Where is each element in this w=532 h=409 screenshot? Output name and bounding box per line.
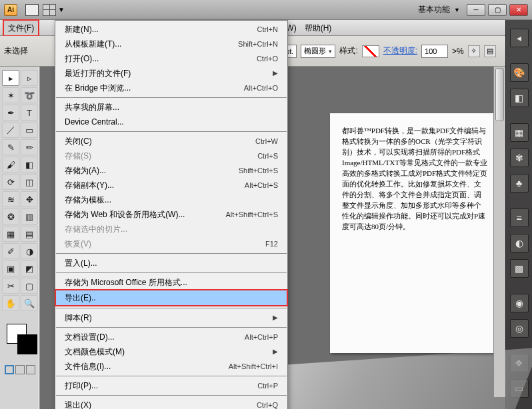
menu-export[interactable]: 导出(E)..: [55, 290, 287, 306]
menu-print[interactable]: 打印(P)...Ctrl+P: [55, 378, 287, 393]
rect-tool[interactable]: ▭: [21, 122, 38, 138]
opacity-link[interactable]: 不透明度:: [383, 45, 417, 57]
live-paint-tool[interactable]: ▣: [2, 260, 19, 276]
scale-tool[interactable]: ◫: [21, 174, 38, 190]
app-logo-icon[interactable]: Ai: [4, 4, 17, 16]
opacity-pct: >%: [452, 47, 464, 56]
menu-save-web[interactable]: 存储为 Web 和设备所用格式(W)...Alt+Shift+Ctrl+S: [55, 207, 287, 222]
live-select-tool[interactable]: ◩: [21, 260, 38, 276]
quick-access-bar: Ai ▼ 基本功能 ▼ ─ ▢ ✕: [0, 0, 532, 20]
menu-save-as[interactable]: 存储为(A)...Shift+Ctrl+S: [55, 163, 287, 178]
menu-save-ms-office[interactable]: 存储为 Microsoft Office 所用格式...: [55, 275, 287, 290]
menu-new-template[interactable]: 从模板新建(T)...Shift+Ctrl+N: [55, 37, 287, 51]
menu-bridge[interactable]: 在 Bridge 中浏览...Alt+Ctrl+O: [55, 81, 287, 95]
dropdown-caret-icon: ▾: [329, 48, 332, 55]
menu-new[interactable]: 新建(N)...Ctrl+N: [55, 22, 287, 37]
gradient-panel-icon[interactable]: ◐: [510, 234, 529, 252]
brush-tool[interactable]: ✎: [2, 139, 19, 155]
draw-mode-inside[interactable]: [26, 365, 35, 374]
rotate-tool[interactable]: ⟳: [2, 174, 19, 190]
menu-file-info[interactable]: 文件信息(I)...Alt+Shift+Ctrl+I: [55, 359, 287, 374]
opacity-value: 100: [425, 47, 437, 55]
menu-help[interactable]: 帮助(H): [301, 21, 336, 35]
stroke-swatch[interactable]: [17, 334, 37, 354]
blob-brush-tool[interactable]: 🖌: [2, 157, 19, 173]
appearance-panel-icon[interactable]: ◉: [510, 294, 529, 312]
menu-doc-setup[interactable]: 文档设置(D)...Alt+Ctrl+P: [55, 330, 287, 344]
symbols-panel-icon[interactable]: ♣: [510, 174, 529, 193]
submenu-arrow-icon: ▶: [273, 346, 278, 357]
prefs-icon[interactable]: ✧: [468, 45, 480, 57]
color-swatch-block[interactable]: [4, 321, 35, 361]
panel-menu-icon[interactable]: ▤: [484, 45, 496, 57]
type-tool[interactable]: T: [21, 105, 38, 121]
menu-place[interactable]: 置入(L)...: [55, 256, 287, 270]
minimize-button[interactable]: ─: [467, 4, 485, 16]
maximize-button[interactable]: ▢: [488, 4, 507, 16]
lasso-tool[interactable]: ➰: [21, 87, 38, 103]
menu-scripts[interactable]: 脚本(R)▶: [55, 310, 287, 325]
menu-close[interactable]: 关闭(C)Ctrl+W: [55, 134, 287, 149]
menu-separator: [56, 376, 287, 376]
hand-tool[interactable]: ✋: [2, 295, 19, 311]
dropdown-caret-icon[interactable]: ▼: [58, 6, 65, 13]
menu-open[interactable]: 打开(O)...Ctrl+O: [55, 51, 287, 66]
slice-tool[interactable]: ✂: [2, 278, 19, 294]
quick-swatch-icon[interactable]: [25, 4, 39, 16]
menu-save: 存储(S)Ctrl+S: [55, 149, 287, 163]
draw-mode-row: [0, 365, 39, 374]
artboard-page[interactable]: 都叫兽™PDF转换，是一款集PDF文件编辑与格式转换为一体的多的OCR（光学文字…: [330, 113, 500, 353]
direct-select-tool[interactable]: ▹: [21, 70, 38, 86]
swatches-panel-icon[interactable]: ▦: [510, 123, 529, 142]
zoom-tool[interactable]: 🔍: [21, 295, 38, 311]
shape-value: 椭圆形: [304, 46, 326, 56]
menu-save-copy[interactable]: 存储副本(Y)...Alt+Ctrl+S: [55, 178, 287, 193]
color-panel-icon[interactable]: 🎨: [510, 63, 529, 82]
eyedropper-tool[interactable]: ✐: [2, 243, 19, 259]
line-tool[interactable]: ／: [2, 122, 19, 138]
workspace-label[interactable]: 基本功能: [418, 4, 450, 15]
graphic-styles-panel-icon[interactable]: ◎: [510, 319, 529, 338]
close-button[interactable]: ✕: [509, 4, 528, 16]
color-guide-panel-icon[interactable]: ◧: [510, 89, 529, 107]
free-transform-tool[interactable]: ✥: [21, 191, 38, 207]
menu-exit[interactable]: 退出(X)Ctrl+Q: [55, 398, 287, 409]
magic-wand-tool[interactable]: ✶: [2, 87, 19, 103]
menu-color-mode[interactable]: 文档颜色模式(M)▶: [55, 344, 287, 359]
artboard-tool[interactable]: ▢: [21, 278, 38, 294]
scrollbar-thumb[interactable]: [495, 68, 504, 121]
style-label: 样式:: [339, 45, 357, 57]
graph-tool[interactable]: ▥: [21, 208, 38, 224]
menu-file[interactable]: 文件(F): [3, 19, 39, 37]
dropdown-caret-icon[interactable]: ▼: [454, 7, 460, 13]
pen-tool[interactable]: ✒: [2, 105, 19, 121]
blend-tool[interactable]: ◑: [21, 243, 38, 259]
menu-separator: [56, 308, 287, 308]
eraser-tool[interactable]: ◧: [21, 157, 38, 173]
mesh-tool[interactable]: ▦: [2, 226, 19, 242]
draw-mode-behind[interactable]: [15, 365, 25, 374]
warp-tool[interactable]: ≋: [2, 191, 19, 207]
document-text: 都叫兽™PDF转换，是一款集PDF文件编辑与格式转换为一体的多的OCR（光学文字…: [342, 125, 488, 232]
stroke-panel-icon[interactable]: ≡: [510, 208, 529, 227]
symbol-tool[interactable]: ❂: [2, 208, 19, 224]
transparency-panel-icon[interactable]: ▩: [510, 259, 529, 278]
opacity-combo[interactable]: 100: [421, 45, 448, 58]
arrange-docs-icon[interactable]: [43, 4, 56, 16]
menu-recent[interactable]: 最近打开的文件(F)▶: [55, 66, 287, 81]
vertical-scrollbar[interactable]: [493, 67, 505, 397]
shape-combo[interactable]: 椭圆形 ▾: [301, 45, 335, 58]
brushes-panel-icon[interactable]: ✾: [510, 149, 529, 167]
gradient-tool[interactable]: ▤: [21, 226, 38, 242]
menu-separator: [56, 395, 287, 396]
pencil-tool[interactable]: ✏: [21, 139, 38, 155]
menu-separator: [56, 97, 287, 98]
menu-save-template[interactable]: 存储为模板...: [55, 193, 287, 207]
selection-tool[interactable]: ▸: [2, 70, 19, 86]
menu-share-screen[interactable]: 共享我的屏幕...: [55, 100, 287, 115]
style-swatch[interactable]: [362, 45, 379, 57]
menu-separator: [56, 272, 287, 273]
draw-mode-normal[interactable]: [5, 365, 14, 374]
panel-expand-icon[interactable]: ◂: [510, 29, 529, 47]
menu-device-central[interactable]: Device Central...: [55, 115, 287, 129]
